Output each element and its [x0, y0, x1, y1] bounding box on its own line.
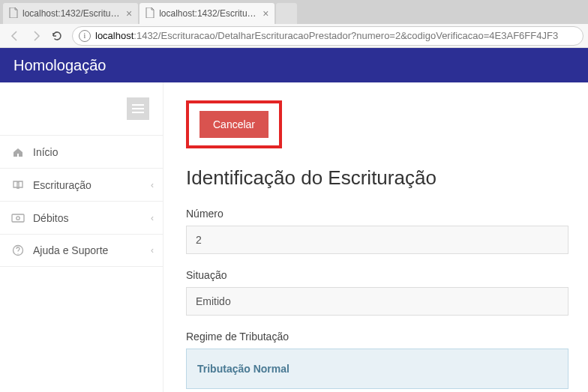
- menu-toggle-button[interactable]: [127, 97, 149, 120]
- money-icon: [10, 214, 26, 223]
- url-path: :1432/Escrituracao/DetalharEscrituracaoP…: [134, 30, 558, 41]
- document-icon: [146, 7, 154, 20]
- regime-value: Tributação Normal: [197, 363, 290, 375]
- regime-box: Tributação Normal: [186, 349, 568, 389]
- chevron-left-icon: ‹: [151, 213, 154, 223]
- sidebar-item-inicio[interactable]: Início: [0, 135, 163, 168]
- sidebar-item-ajuda[interactable]: Ajuda e Suporte ‹: [0, 234, 163, 267]
- browser-toolbar: i localhost:1432/Escrituracao/DetalharEs…: [0, 24, 588, 48]
- address-bar[interactable]: i localhost:1432/Escrituracao/DetalharEs…: [72, 26, 584, 46]
- app-title: Homologação: [14, 57, 106, 74]
- situacao-value: Emitido: [196, 295, 231, 307]
- help-icon: [10, 244, 26, 256]
- browser-tab-strip: localhost:1432/Escriturac × localhost:14…: [0, 0, 588, 24]
- reload-button[interactable]: [48, 27, 66, 45]
- close-icon[interactable]: ×: [126, 8, 132, 19]
- app-header: Homologação: [0, 48, 588, 82]
- numero-label: Número: [186, 208, 574, 220]
- situacao-label: Situação: [186, 269, 574, 281]
- sidebar-item-label: Escrituração: [33, 179, 92, 191]
- page-title: Identificação do Escrituração: [186, 166, 574, 190]
- sidebar-item-debitos[interactable]: Débitos ‹: [0, 201, 163, 234]
- browser-tab[interactable]: localhost:1432/Escriturac ×: [3, 3, 138, 24]
- highlight-annotation: Cancelar: [186, 100, 282, 148]
- svg-point-1: [16, 216, 20, 219]
- new-tab-button[interactable]: [276, 3, 297, 24]
- book-icon: [10, 179, 26, 191]
- numero-value: 2: [196, 234, 202, 246]
- main-content: Cancelar Identificação do Escrituração N…: [164, 82, 588, 392]
- chevron-left-icon: ‹: [151, 245, 154, 256]
- svg-rect-0: [12, 214, 24, 222]
- tab-title: localhost:1432/Escriturac: [22, 8, 120, 19]
- numero-field[interactable]: 2: [186, 226, 568, 254]
- site-info-icon[interactable]: i: [79, 30, 91, 42]
- forward-button[interactable]: [27, 27, 45, 45]
- close-icon[interactable]: ×: [262, 8, 268, 19]
- sidebar: Início Escrituração ‹ Débitos ‹: [0, 82, 164, 392]
- sidebar-item-label: Início: [33, 146, 58, 158]
- regime-label: Regime de Tributação: [186, 331, 574, 343]
- chevron-left-icon: ‹: [151, 180, 154, 190]
- document-icon: [9, 7, 18, 20]
- home-icon: [10, 146, 26, 158]
- cancel-button[interactable]: Cancelar: [200, 111, 268, 138]
- tab-title: localhost:1432/Escriturac: [159, 8, 256, 19]
- sidebar-item-label: Débitos: [33, 212, 68, 224]
- situacao-field[interactable]: Emitido: [186, 287, 568, 316]
- url-host: localhost: [95, 30, 134, 41]
- browser-tab[interactable]: localhost:1432/Escriturac ×: [140, 3, 274, 24]
- sidebar-item-label: Ajuda e Suporte: [33, 244, 108, 256]
- sidebar-nav: Início Escrituração ‹ Débitos ‹: [0, 135, 163, 267]
- back-button[interactable]: [6, 27, 24, 45]
- sidebar-item-escrituracao[interactable]: Escrituração ‹: [0, 168, 163, 201]
